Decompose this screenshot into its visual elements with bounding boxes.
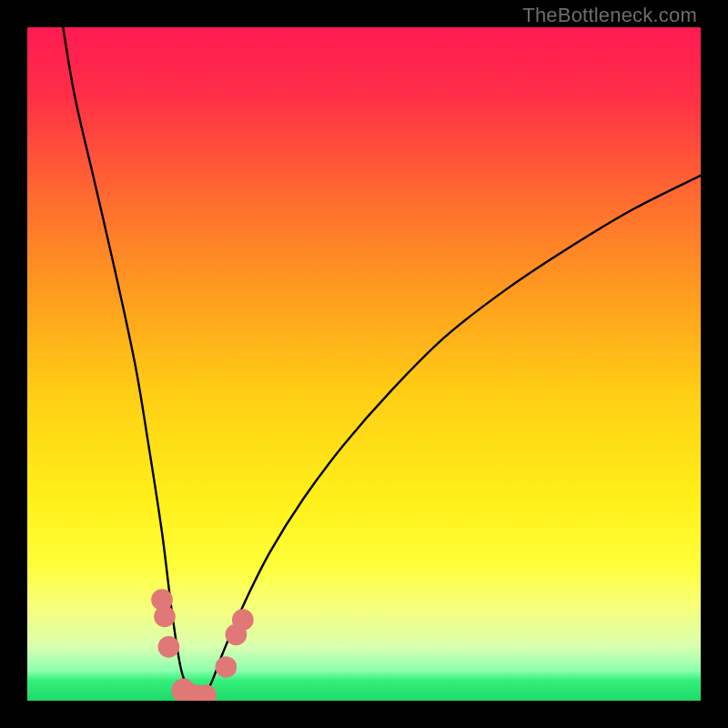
data-marker <box>232 609 254 631</box>
outer-frame: TheBottleneck.com <box>0 0 728 728</box>
data-marker <box>215 656 237 678</box>
data-marker <box>158 636 180 658</box>
watermark-text: TheBottleneck.com <box>522 4 697 27</box>
curve-layer <box>27 27 701 701</box>
data-marker <box>154 606 176 628</box>
data-markers <box>151 589 253 701</box>
plot-area <box>27 27 701 701</box>
